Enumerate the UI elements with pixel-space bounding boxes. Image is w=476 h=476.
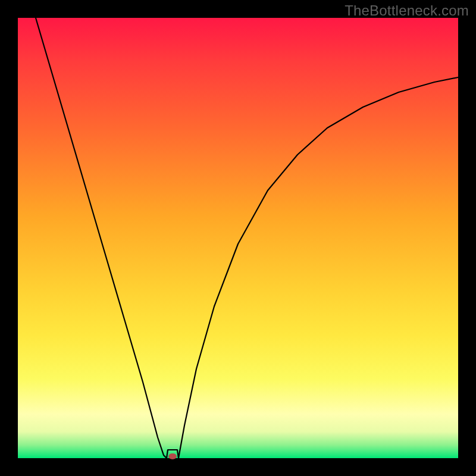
chart-overlay (18, 18, 458, 458)
attribution-label: TheBottleneck.com (345, 2, 469, 19)
minimum-marker (168, 453, 177, 459)
bottleneck-curve (36, 18, 458, 458)
